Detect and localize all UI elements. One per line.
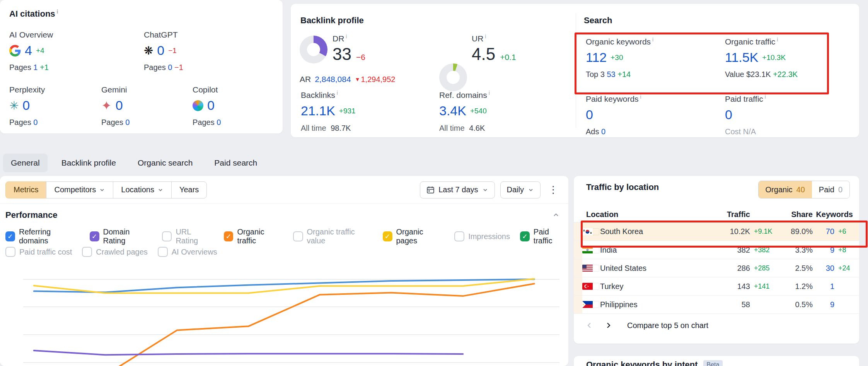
metric-organic-traffic-value[interactable]: Organic traffic value (293, 227, 372, 245)
ur-block: URi 4.5 +0.1 (472, 33, 516, 63)
collapse-chevron-icon[interactable] (552, 211, 560, 219)
dr-gauge (300, 36, 327, 63)
chevron-down-icon (528, 187, 534, 193)
col-location[interactable]: Location (586, 210, 708, 219)
backlink-profile-title: Backlink profile (300, 15, 364, 26)
date-range-button[interactable]: Last 7 days (420, 181, 495, 198)
google-icon (9, 45, 21, 56)
col-traffic[interactable]: Traffic (708, 210, 750, 219)
tab-paid-search[interactable]: Paid search (206, 154, 265, 172)
metric-crawled-pages[interactable]: Crawled pages (82, 247, 147, 257)
chatgpt-delta: −1 (168, 46, 177, 55)
copilot-icon (193, 100, 203, 111)
checkbox-icon (5, 231, 15, 241)
ar-line: AR 2,848,084 ▼1,294,952 (300, 75, 395, 84)
metrics-button[interactable]: Metrics (5, 181, 46, 198)
toggle-organic[interactable]: Organic 40 (759, 181, 812, 198)
ai-overview-value[interactable]: 4 (25, 43, 32, 58)
info-icon[interactable]: i (337, 90, 338, 96)
years-button[interactable]: Years (171, 181, 207, 198)
perplexity-label: Perplexity (9, 85, 98, 94)
table-row-united-states[interactable]: United States 286 +285 2.5% 30 +24 (574, 259, 859, 277)
backlinks-block: Backlinksi 21.1K +931 All time 98.7K (301, 90, 356, 133)
kebab-menu-icon[interactable]: ⋮ (546, 184, 561, 196)
chart-config-group: Metrics Competitors Locations Years (5, 181, 207, 198)
paid-keywords-value[interactable]: 0 (586, 107, 593, 122)
granularity-button[interactable]: Daily (500, 181, 541, 198)
next-page-icon[interactable] (605, 322, 612, 329)
info-icon[interactable]: i (765, 94, 766, 100)
keywords-by-intent-title: Organic keywords by intent (586, 360, 698, 366)
checkbox-icon (158, 247, 168, 257)
dr-delta: −6 (356, 53, 365, 62)
ref-domains-value[interactable]: 3.4K (439, 103, 466, 118)
table-row-india[interactable]: India 382 +382 3.3% 9 +8 (574, 241, 859, 259)
row-strip (574, 241, 582, 259)
compare-top5-link[interactable]: Compare top 5 on chart (627, 321, 708, 330)
chatgpt-icon: ❋ (144, 45, 153, 56)
toggle-paid[interactable]: Paid 0 (812, 181, 849, 198)
info-icon[interactable]: i (640, 94, 641, 100)
copilot-value[interactable]: 0 (207, 98, 215, 113)
metric-url-rating[interactable]: URL Rating (162, 227, 213, 245)
paid-keywords-sub: Ads 0 (586, 127, 641, 136)
performance-header: Performance (5, 210, 560, 220)
ar-value[interactable]: 2,848,084 (315, 75, 351, 84)
checkbox-icon (520, 231, 530, 241)
organic-keywords-delta: +30 (610, 53, 623, 62)
table-pagination: Compare top 5 on chart (586, 316, 708, 335)
gemini-pages: Pages 0 (101, 118, 190, 127)
metric-paid-traffic[interactable]: Paid traffic (520, 227, 568, 245)
organic-traffic-value[interactable]: 11.5K (725, 50, 758, 65)
table-row-philippines[interactable]: Philippines 58 0.5% 9 (574, 296, 859, 314)
info-icon[interactable]: i (485, 33, 486, 39)
backlinks-value[interactable]: 21.1K (301, 103, 335, 118)
tab-backlink-profile[interactable]: Backlink profile (54, 154, 124, 172)
traffic-by-location-card: Traffic by location Organic 40 Paid 0 Lo… (574, 176, 859, 344)
gemini-label: Gemini (101, 85, 190, 94)
dr-block: DRi 33 −6 (333, 33, 365, 63)
traffic-by-location-title: Traffic by location (586, 182, 659, 192)
table-row-turkey[interactable]: Turkey 143 +141 1.2% 1 (574, 277, 859, 296)
organic-keywords-value[interactable]: 112 (586, 50, 607, 65)
organic-traffic-block: Organic traffici 11.5K +10.3K Value $23.… (725, 36, 798, 79)
chevron-down-icon (157, 187, 164, 193)
info-icon[interactable]: i (652, 36, 653, 43)
organic-traffic-sub: Value $23.1K +22.3K (725, 70, 798, 79)
info-icon[interactable]: i (57, 9, 58, 15)
ai-overview-label: AI Overview (9, 30, 98, 39)
metric-ai-overviews[interactable]: AI Overviews (158, 247, 217, 257)
ur-value: 4.5 (472, 46, 495, 63)
checkbox-icon (5, 247, 15, 257)
prev-page-icon[interactable] (586, 322, 593, 329)
metric-paid-traffic-cost[interactable]: Paid traffic cost (5, 247, 72, 257)
copilot-label: Copilot (193, 85, 281, 94)
ur-gauge (439, 63, 467, 91)
col-keywords[interactable]: Keywords (813, 210, 853, 219)
checkbox-icon (224, 231, 234, 241)
metric-impressions[interactable]: Impressions (454, 231, 510, 241)
info-icon[interactable]: i (489, 90, 490, 96)
perplexity-pages: Pages 0 (9, 118, 98, 127)
performance-card: Metrics Competitors Locations Years (0, 176, 568, 366)
organic-paid-toggle: Organic 40 Paid 0 (758, 181, 850, 198)
metric-referring-domains[interactable]: Referring domains (5, 227, 80, 245)
col-share[interactable]: Share (776, 210, 813, 219)
tab-general[interactable]: General (3, 154, 48, 172)
ref-domains-delta: +540 (470, 107, 487, 115)
metric-domain-rating[interactable]: Domain Rating (90, 227, 152, 245)
paid-traffic-value[interactable]: 0 (725, 107, 732, 122)
info-icon[interactable]: i (777, 36, 778, 43)
info-icon[interactable]: i (346, 33, 347, 39)
locations-button[interactable]: Locations (113, 181, 172, 198)
perplexity-value[interactable]: 0 (22, 98, 30, 113)
competitors-button[interactable]: Competitors (46, 181, 113, 198)
metric-organic-pages[interactable]: Organic pages (383, 227, 445, 245)
paid-keywords-block: Paid keywordsi 0 Ads 0 (586, 94, 641, 136)
ar-delta: 1,294,952 (361, 75, 395, 84)
gemini-value[interactable]: 0 (116, 98, 123, 113)
tab-organic-search[interactable]: Organic search (130, 154, 200, 172)
table-row-south-korea[interactable]: South Korea 10.2K +9.1K 89.0% 70 +6 (574, 222, 859, 241)
chatgpt-value[interactable]: 0 (157, 43, 164, 58)
metric-organic-traffic[interactable]: Organic traffic (224, 227, 283, 245)
